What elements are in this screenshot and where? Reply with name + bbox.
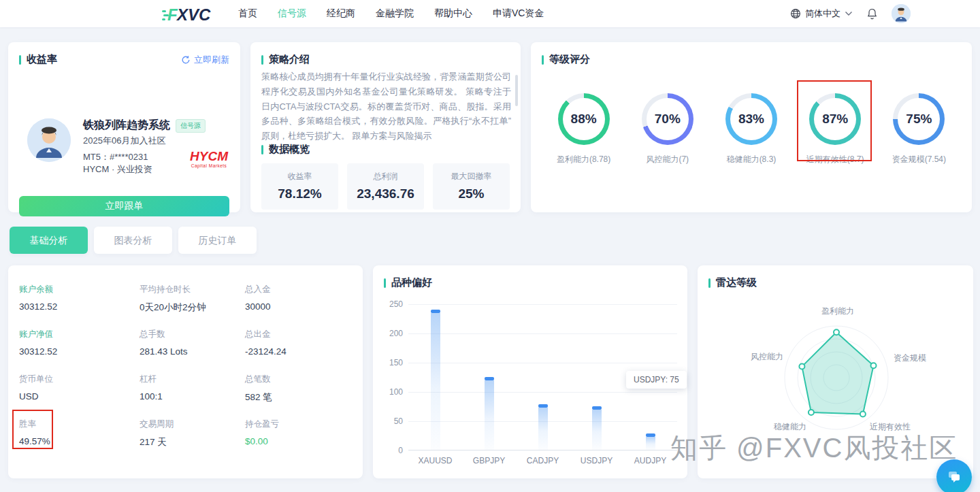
bar-XAUUSD[interactable] <box>431 310 440 450</box>
ring-label: 资金规模(7.54) <box>892 154 946 165</box>
nav-item-4[interactable]: 金融学院 <box>376 7 414 20</box>
x-label: XAUUSD <box>408 456 462 465</box>
y-tick: 250 <box>374 299 403 309</box>
rating-ring-5: 75%资金规模(7.54) <box>877 93 961 165</box>
account-cell-4: 账户净值30312.52 <box>19 327 140 372</box>
title-marker <box>542 55 544 65</box>
bar-CADJPY[interactable] <box>538 404 548 450</box>
y-tick: 0 <box>374 446 403 455</box>
account-stats-card: 账户余额30312.52平均持仓时长0天20小时2分钟总入金30000账户净值3… <box>8 265 363 478</box>
x-label: AUDJPY <box>623 456 677 465</box>
joined-date: 2025年06月加入社区 <box>83 135 165 147</box>
globe-icon <box>790 8 801 19</box>
refresh-button[interactable]: 立即刷新 <box>181 54 229 66</box>
rating-rings: 88%盈利能力(8.78)70%风控能力(7)83%稳健能力(8.3)87%近期… <box>542 93 961 165</box>
account-cell-3: 总入金30000 <box>245 282 352 327</box>
scrollbar-thumb[interactable] <box>515 75 518 106</box>
radar-axis-label: 资金规模 <box>894 353 926 363</box>
refresh-icon <box>181 55 191 65</box>
broker-logo: HYCM Capital Markets <box>190 150 228 169</box>
account-cell-2: 平均持仓时长0天20小时2分钟 <box>140 282 245 327</box>
account-grid: 账户余额30312.52平均持仓时长0天20小时2分钟总入金30000账户净值3… <box>19 282 352 461</box>
symbol-preference-card: 品种偏好 050100150200250XAUUSDGBPJPYCADJPYUS… <box>373 265 687 478</box>
follow-button[interactable]: 立即跟单 <box>19 196 229 216</box>
analysis-tabs: 基础分析图表分析历史订单 <box>10 227 257 254</box>
radar-axis-label: 近期有效性 <box>870 422 911 431</box>
nav-item-6[interactable]: 申请VC资金 <box>493 7 544 20</box>
rating-ring-2: 70%风控能力(7) <box>625 93 709 165</box>
title-marker <box>261 55 263 65</box>
radar-card: 雷达等级 盈利能力资金规模近期有效性稳健能力风控能力 <box>698 265 973 478</box>
user-avatar[interactable] <box>892 4 911 23</box>
language-selector[interactable]: 简体中文 <box>790 7 853 20</box>
nav-item-5[interactable]: 帮助中心 <box>434 7 472 20</box>
rating-ring-1: 88%盈利能力(8.78) <box>542 93 625 165</box>
account-number: MT5：#****0231 <box>83 151 148 163</box>
account-cell-6: 总出金-23124.24 <box>245 327 352 372</box>
nav-item-3[interactable]: 经纪商 <box>327 7 355 20</box>
strategy-card-title: 策略介绍 <box>261 53 310 66</box>
tab-1[interactable]: 基础分析 <box>10 227 88 254</box>
title-marker <box>384 278 386 288</box>
profit-card: 收益率 立即刷新 铁狼列阵趋势系统 信号源 2025年06月加入社区 MT5：#… <box>8 42 240 212</box>
gridline <box>408 333 677 334</box>
data-overview-title: 数据概览 <box>261 143 310 156</box>
rating-card: 等级评分 88%盈利能力(8.78)70%风控能力(7)83%稳健能力(8.3)… <box>531 42 972 212</box>
y-tick: 200 <box>374 329 403 338</box>
brand-suffix: XVC <box>176 5 211 22</box>
account-cell-9: 总笔数582 笔 <box>245 372 352 416</box>
ring-label: 近期有效性(8.7) <box>806 154 864 165</box>
radar-vertex <box>799 364 804 370</box>
radar-vertex <box>870 363 876 368</box>
account-cell-5: 总手数281.43 Lots <box>140 327 245 372</box>
ring-value: 83% <box>738 112 764 127</box>
ring-label: 稳健能力(8.3) <box>727 154 777 165</box>
rating-ring-3: 83%稳健能力(8.3) <box>709 93 793 165</box>
radar-axis-label: 风控能力 <box>751 352 783 361</box>
chevron-down-icon <box>845 11 853 16</box>
ring-value: 70% <box>655 112 681 127</box>
chat-button[interactable] <box>936 459 972 492</box>
bar-AUDJPY[interactable] <box>646 433 655 450</box>
radar-vertex <box>834 329 839 335</box>
refresh-label: 立即刷新 <box>194 54 229 66</box>
gridline <box>408 392 677 393</box>
tab-3[interactable]: 历史订单 <box>178 227 257 254</box>
account-cell-12: 持仓盈亏$0.00 <box>245 416 352 461</box>
signal-avatar <box>27 118 71 162</box>
chart-tooltip: USDJPY: 75 <box>626 371 687 389</box>
y-tick: 150 <box>374 358 403 367</box>
strategy-card: 策略介绍 策略核心成员均拥有十年量化行业实战经验，背景涵盖期货公司程序化交易及国… <box>250 42 521 212</box>
account-cell-1: 账户余额30312.52 <box>19 282 140 327</box>
account-cell-11: 交易周期217 天 <box>140 416 245 461</box>
ring-label: 风控能力(7) <box>646 154 689 165</box>
radar-vertex <box>860 411 866 416</box>
ring-value: 87% <box>822 112 848 127</box>
y-tick: 50 <box>374 416 403 426</box>
brand-logo[interactable]: F XVC <box>162 3 222 24</box>
x-label: CADJPY <box>516 456 570 465</box>
nav-item-2[interactable]: 信号源 <box>278 7 306 20</box>
signal-badge: 信号源 <box>176 119 206 133</box>
profit-card-title: 收益率 <box>19 53 57 66</box>
broker-name: HYCM · 兴业投资 <box>83 163 152 176</box>
radar-polygon <box>802 332 873 414</box>
ring-label: 盈利能力(8.78) <box>557 154 610 165</box>
account-cell-10: 胜率49.57% <box>19 416 140 461</box>
gridline <box>408 304 677 305</box>
radar-chart: 盈利能力资金规模近期有效性稳健能力风控能力 <box>698 265 973 478</box>
top-navbar: F XVC 首页信号源经纪商金融学院帮助中心申请VC资金 简体中文 <box>0 0 980 27</box>
overview-stat-1: 收益率78.12% <box>261 163 338 210</box>
overview-stats: 收益率78.12%总利润23,436.76最大回撤率25% <box>261 163 510 210</box>
y-tick: 100 <box>374 387 403 397</box>
nav-item-1[interactable]: 首页 <box>238 7 257 20</box>
bar-USDJPY[interactable] <box>592 406 602 450</box>
bell-icon[interactable] <box>866 7 878 20</box>
account-cell-8: 杠杆100:1 <box>140 372 245 416</box>
tab-2[interactable]: 图表分析 <box>94 227 172 254</box>
title-marker <box>19 55 21 65</box>
bar-GBPJPY[interactable] <box>485 377 494 450</box>
overview-stat-2: 总利润23,436.76 <box>347 163 424 210</box>
radar-axis-label: 稳健能力 <box>773 422 806 431</box>
overview-stat-3: 最大回撤率25% <box>433 163 510 210</box>
